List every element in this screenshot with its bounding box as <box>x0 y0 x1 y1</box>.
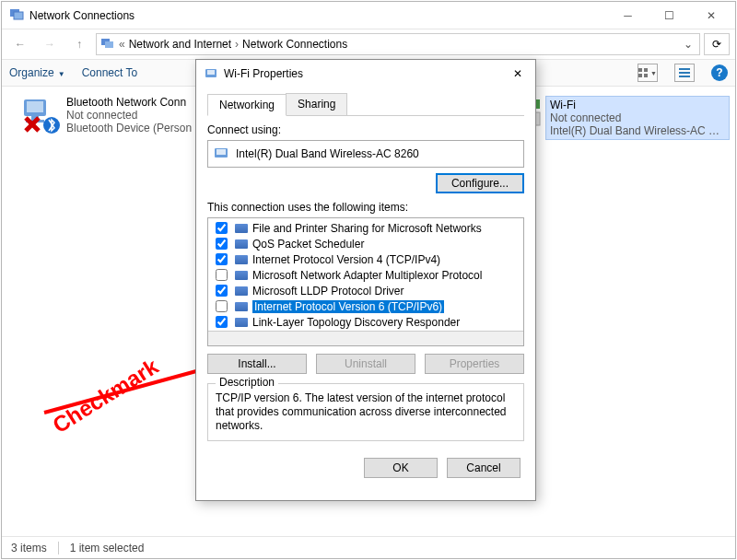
ok-button[interactable]: OK <box>364 458 438 478</box>
item-label: Link-Layer Topology Discovery Responder <box>252 316 460 329</box>
titlebar: Network Connections ─ ☐ ✕ <box>2 2 735 29</box>
protocol-icon <box>234 300 249 313</box>
breadcrumb-icon <box>100 37 115 52</box>
list-item[interactable]: QoS Packet Scheduler <box>210 236 521 251</box>
list-item[interactable]: Internet Protocol Version 4 (TCP/IPv4) <box>210 251 521 267</box>
connection-item-wifi[interactable]: Wi-Fi Not connected Intel(R) Dual Band W… <box>545 96 730 140</box>
nav-row: ← → ↑ « Network and Internet › Network C… <box>2 29 735 59</box>
install-button[interactable]: Install... <box>207 354 307 374</box>
item-label: Internet Protocol Version 6 (TCP/IPv6) <box>252 300 444 313</box>
protocol-icon <box>234 238 249 251</box>
chevron-right-icon: › <box>235 38 239 51</box>
list-item[interactable]: Microsoft LLDP Protocol Driver <box>210 283 521 298</box>
view-icons-button[interactable]: ▼ <box>638 64 658 82</box>
maximize-button[interactable]: ☐ <box>649 3 690 29</box>
connect-using-label: Connect using: <box>207 123 524 136</box>
annotation-label: Checkmark <box>48 354 163 438</box>
svg-rect-12 <box>27 101 43 112</box>
status-divider <box>58 542 59 554</box>
svg-rect-1 <box>14 12 23 19</box>
item-label: QoS Packet Scheduler <box>252 238 364 251</box>
adapter-box: Intel(R) Dual Band Wireless-AC 8260 <box>207 140 524 168</box>
back-button[interactable]: ← <box>7 31 33 57</box>
description-text: TCP/IP version 6. The latest version of … <box>216 391 516 433</box>
item-checkbox[interactable] <box>216 222 228 234</box>
dialog-icon <box>204 65 218 83</box>
app-icon <box>9 6 24 24</box>
adapter-icon <box>214 146 230 162</box>
breadcrumb[interactable]: « Network and Internet › Network Connect… <box>96 33 700 55</box>
protocol-icon <box>234 316 249 329</box>
item-checkbox[interactable] <box>216 316 228 328</box>
item-checkbox[interactable] <box>216 300 228 312</box>
refresh-button[interactable]: ⟳ <box>704 33 730 55</box>
svg-rect-5 <box>644 68 648 72</box>
wifi-properties-dialog: Wi-Fi Properties ✕ Networking Sharing Co… <box>195 59 536 501</box>
dialog-titlebar: Wi-Fi Properties ✕ <box>196 60 535 88</box>
svg-rect-6 <box>638 74 642 77</box>
list-item[interactable]: Microsoft Network Adapter Multiplexor Pr… <box>210 267 521 283</box>
protocol-icon <box>234 285 249 298</box>
dialog-title: Wi-Fi Properties <box>224 67 508 80</box>
status-item-count: 3 items <box>11 542 47 554</box>
forward-button[interactable]: → <box>37 31 63 57</box>
list-item[interactable]: File and Printer Sharing for Microsoft N… <box>210 220 521 236</box>
svg-rect-18 <box>536 99 540 109</box>
bluetooth-connection-icon <box>20 98 61 134</box>
breadcrumb-part[interactable]: Network Connections <box>242 38 347 51</box>
connect-to-menu[interactable]: Connect To <box>82 66 138 79</box>
description-legend: Description <box>216 376 278 389</box>
items-label: This connection uses the following items… <box>207 201 524 214</box>
svg-rect-7 <box>644 74 648 77</box>
properties-button: Properties <box>425 354 524 374</box>
tab-sharing[interactable]: Sharing <box>286 93 347 115</box>
horizontal-scrollbar[interactable]: ◂ ▸ <box>208 331 523 345</box>
svg-rect-8 <box>679 68 690 70</box>
status-selected-count: 1 item selected <box>70 542 145 554</box>
window-title: Network Connections <box>29 9 607 22</box>
protocol-icon <box>234 222 249 235</box>
protocol-icon <box>234 253 249 266</box>
configure-button[interactable]: Configure... <box>436 173 524 193</box>
breadcrumb-sep-icon: « <box>119 38 125 51</box>
description-group: Description TCP/IP version 6. The latest… <box>207 383 524 441</box>
item-checkbox[interactable] <box>216 285 228 297</box>
item-checkbox[interactable] <box>216 253 228 265</box>
breadcrumb-dropdown-icon[interactable]: ⌄ <box>681 38 696 51</box>
tab-row: Networking Sharing <box>207 93 524 116</box>
item-label: Internet Protocol Version 4 (TCP/IPv4) <box>252 253 440 266</box>
cancel-button[interactable]: Cancel <box>447 458 521 478</box>
close-button[interactable]: ✕ <box>690 3 731 29</box>
breadcrumb-part[interactable]: Network and Internet <box>129 38 231 51</box>
uninstall-button: Uninstall <box>316 354 415 374</box>
connection-name: Wi-Fi <box>550 99 725 111</box>
item-checkbox[interactable] <box>216 269 228 281</box>
connection-items-list[interactable]: File and Printer Sharing for Microsoft N… <box>207 217 524 346</box>
status-bar: 3 items 1 item selected <box>2 536 735 558</box>
minimize-button[interactable]: ─ <box>607 3 649 29</box>
svg-rect-10 <box>679 76 690 77</box>
svg-rect-22 <box>207 70 215 75</box>
organize-menu[interactable]: Organize▼ <box>9 66 65 79</box>
tab-networking[interactable]: Networking <box>207 94 287 116</box>
svg-rect-3 <box>105 41 113 48</box>
svg-rect-24 <box>216 149 226 155</box>
svg-rect-4 <box>638 68 642 72</box>
connection-status: Not connected <box>550 111 725 124</box>
item-checkbox[interactable] <box>216 238 228 250</box>
svg-rect-9 <box>679 72 690 74</box>
connection-device: Intel(R) Dual Band Wireless-AC 82... <box>550 124 725 137</box>
up-button[interactable]: ↑ <box>66 31 92 57</box>
item-label: Microsoft LLDP Protocol Driver <box>252 285 404 298</box>
help-icon[interactable]: ? <box>711 64 728 81</box>
protocol-icon <box>234 269 249 282</box>
dialog-close-button[interactable]: ✕ <box>508 64 528 84</box>
list-item[interactable]: Internet Protocol Version 6 (TCP/IPv6) <box>210 298 521 314</box>
item-label: Microsoft Network Adapter Multiplexor Pr… <box>252 269 482 282</box>
item-label: File and Printer Sharing for Microsoft N… <box>252 222 482 235</box>
adapter-name: Intel(R) Dual Band Wireless-AC 8260 <box>236 147 419 160</box>
list-item[interactable]: Link-Layer Topology Discovery Responder <box>210 314 521 330</box>
view-details-button[interactable] <box>674 64 695 82</box>
